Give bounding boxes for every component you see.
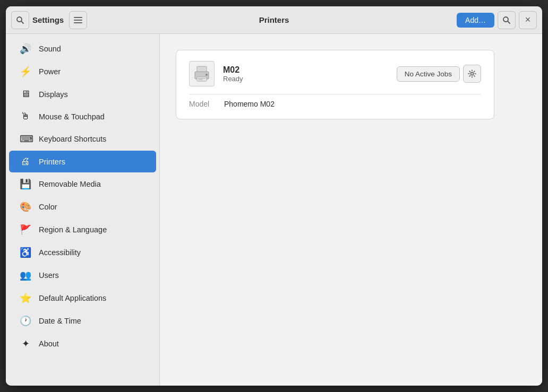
svg-rect-3: [74, 20, 82, 21]
printer-settings-button[interactable]: [463, 65, 481, 83]
settings-title: Settings: [32, 15, 64, 24]
sidebar-item-color[interactable]: 🎨Color: [9, 196, 156, 218]
printer-status: Ready: [223, 75, 388, 83]
sidebar-item-label-removable-media: Removable Media: [39, 180, 101, 188]
sidebar-item-region-language[interactable]: 🚩Region & Language: [9, 219, 156, 241]
main-content: M02 Ready No Active Jobs: [160, 34, 542, 386]
removable-media-icon: 💾: [20, 178, 31, 190]
date-time-icon: 🕐: [20, 315, 31, 327]
svg-point-13: [471, 73, 474, 75]
svg-rect-11: [198, 78, 206, 79]
model-value: Phomemo M02: [224, 100, 275, 108]
sidebar-item-label-region-language: Region & Language: [39, 225, 107, 234]
about-icon: ✦: [20, 338, 31, 350]
svg-rect-8: [197, 66, 207, 72]
model-label: Model: [189, 100, 216, 108]
sidebar-item-label-keyboard-shortcuts: Keyboard Shortcuts: [39, 135, 106, 143]
sidebar-item-label-power: Power: [39, 67, 61, 76]
users-icon: 👥: [20, 269, 31, 281]
sidebar-item-printers[interactable]: 🖨Printers: [9, 151, 156, 172]
sound-icon: 🔊: [20, 43, 31, 55]
printer-info: M02 Ready: [223, 65, 388, 83]
sidebar-item-accessibility[interactable]: ♿Accessibility: [9, 241, 156, 264]
svg-rect-2: [74, 17, 82, 18]
sidebar-item-about[interactable]: ✦About: [9, 333, 156, 355]
sidebar-item-label-accessibility: Accessibility: [39, 248, 81, 257]
sidebar-item-label-mouse-touchpad: Mouse & Touchpad: [39, 112, 105, 121]
add-printer-button[interactable]: Add…: [457, 13, 494, 28]
section-title: Printers: [259, 15, 289, 24]
svg-line-1: [21, 21, 23, 23]
power-icon: ⚡: [20, 66, 31, 77]
default-applications-icon: ⭐: [20, 292, 31, 304]
sidebar-item-label-date-time: Date & Time: [39, 317, 81, 325]
svg-rect-12: [198, 80, 203, 81]
mouse-touchpad-icon: 🖱: [20, 111, 31, 122]
search-main-button[interactable]: [498, 11, 516, 29]
printer-divider: [189, 94, 481, 94]
sidebar-item-keyboard-shortcuts[interactable]: ⌨Keyboard Shortcuts: [9, 128, 156, 150]
sidebar-item-sound[interactable]: 🔊Sound: [9, 38, 156, 60]
printer-actions: No Active Jobs: [397, 65, 481, 83]
sidebar-item-label-printers: Printers: [39, 158, 65, 166]
sidebar-item-label-users: Users: [39, 271, 59, 280]
sidebar-item-label-displays: Displays: [39, 90, 68, 99]
menu-button[interactable]: [69, 11, 87, 29]
no-active-jobs-button[interactable]: No Active Jobs: [397, 66, 460, 82]
printers-icon: 🖨: [20, 156, 31, 167]
printer-icon: [189, 61, 215, 86]
close-button[interactable]: ×: [519, 11, 537, 29]
sidebar-item-default-applications[interactable]: ⭐Default Applications: [9, 287, 156, 309]
printer-card: M02 Ready No Active Jobs: [176, 50, 494, 119]
svg-line-6: [508, 21, 510, 23]
sidebar: 🔊Sound⚡Power🖥Displays🖱Mouse & Touchpad⌨K…: [6, 34, 160, 386]
titlebar-left: Settings: [6, 11, 165, 29]
sidebar-item-label-color: Color: [39, 203, 57, 211]
sidebar-item-date-time[interactable]: 🕐Date & Time: [9, 310, 156, 332]
sidebar-item-label-default-applications: Default Applications: [39, 294, 106, 302]
titlebar-right: Add… ×: [451, 11, 542, 29]
svg-point-10: [206, 74, 208, 76]
settings-window: Settings Printers Add… ×: [6, 6, 542, 386]
search-button[interactable]: [11, 11, 29, 29]
sidebar-item-displays[interactable]: 🖥Displays: [9, 83, 156, 105]
sidebar-item-label-about: About: [39, 339, 59, 348]
titlebar: Settings Printers Add… ×: [6, 6, 542, 34]
content-area: 🔊Sound⚡Power🖥Displays🖱Mouse & Touchpad⌨K…: [6, 34, 542, 386]
sidebar-item-removable-media[interactable]: 💾Removable Media: [9, 173, 156, 195]
color-icon: 🎨: [20, 201, 31, 213]
sidebar-item-power[interactable]: ⚡Power: [9, 60, 156, 83]
displays-icon: 🖥: [20, 89, 31, 100]
svg-rect-9: [197, 77, 207, 81]
keyboard-shortcuts-icon: ⌨: [20, 133, 31, 145]
sidebar-item-users[interactable]: 👥Users: [9, 264, 156, 286]
region-language-icon: 🚩: [20, 224, 31, 236]
accessibility-icon: ♿: [20, 247, 31, 258]
sidebar-item-label-sound: Sound: [39, 45, 61, 53]
svg-rect-4: [74, 22, 82, 23]
printer-header: M02 Ready No Active Jobs: [189, 61, 481, 86]
printer-model-row: Model Phomemo M02: [189, 100, 481, 108]
sidebar-item-mouse-touchpad[interactable]: 🖱Mouse & Touchpad: [9, 106, 156, 127]
printer-name: M02: [223, 65, 388, 75]
